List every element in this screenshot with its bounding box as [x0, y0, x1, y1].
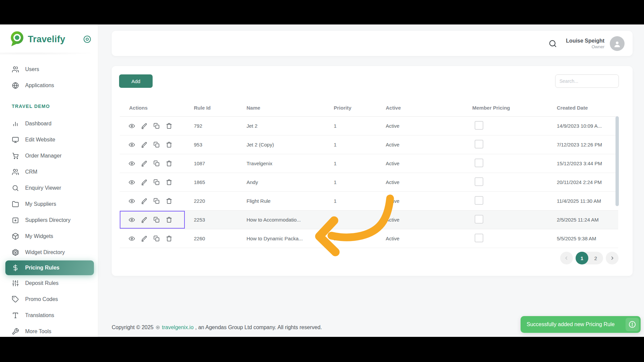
table-row: 953 Jet 2 (Copy) 1 Active 7/12/2023 12:2…: [120, 135, 618, 154]
member-pricing-checkbox[interactable]: [475, 177, 483, 186]
duplicate-copy-icon[interactable]: [153, 198, 160, 204]
global-search-icon[interactable]: [548, 39, 557, 48]
member-pricing-checkbox[interactable]: [475, 121, 483, 130]
edit-pencil-icon[interactable]: [141, 160, 148, 167]
sidebar-item-dashboard[interactable]: Dashboard: [0, 116, 98, 132]
member-pricing-checkbox[interactable]: [475, 215, 483, 224]
page-button-2[interactable]: 2: [588, 255, 603, 261]
sidebar-item-crm[interactable]: CRM: [0, 164, 98, 180]
pagination-next-icon[interactable]: [606, 252, 619, 264]
pricing-rules-card: Add Actions Rule Id Name Priority Active…: [112, 66, 633, 276]
sidebar-collapse-icon[interactable]: [83, 35, 92, 44]
wrench-icon: [12, 328, 19, 335]
edit-pencil-icon[interactable]: [141, 235, 148, 242]
priority-cell: 1: [334, 217, 386, 223]
delete-trash-icon[interactable]: [166, 179, 172, 186]
priority-cell: 1: [334, 179, 386, 185]
sidebar-item-suppliers-directory[interactable]: Suppliers Directory: [0, 212, 98, 228]
duplicate-copy-icon[interactable]: [153, 141, 160, 148]
column-header-rule-id: Rule Id: [194, 105, 247, 111]
sidebar-item-order-manager[interactable]: Order Manager: [0, 148, 98, 164]
member-pricing-cell: [472, 121, 557, 131]
created-date-cell: 2/5/2025 11:24 AM: [557, 217, 618, 223]
view-eye-icon[interactable]: [128, 235, 135, 242]
avatar[interactable]: [610, 36, 625, 51]
table-body: 792 Jet 2 1 Active 14/9/2023 10:09 A... …: [120, 117, 618, 248]
sidebar-item-edit-website[interactable]: Edit Website: [0, 132, 98, 148]
member-pricing-checkbox[interactable]: [475, 140, 483, 148]
sidebar-item-deposit-rules[interactable]: Deposit Rules: [0, 275, 98, 291]
view-eye-icon[interactable]: [128, 141, 135, 148]
duplicate-copy-icon[interactable]: [153, 179, 160, 186]
duplicate-copy-icon[interactable]: [153, 123, 160, 129]
duplicate-copy-icon[interactable]: [153, 160, 160, 167]
travelgenix-link[interactable]: travelgenix.io: [162, 324, 194, 330]
priority-cell: 1: [334, 142, 386, 147]
travelgenix-pin-icon: [155, 325, 160, 330]
delete-trash-icon[interactable]: [166, 123, 172, 129]
sidebar-item-pricing-rules[interactable]: Pricing Rules: [5, 260, 94, 275]
table-row: 792 Jet 2 1 Active 14/9/2023 10:09 A...: [120, 117, 618, 135]
copyright-suffix: , an Agendas Group Ltd company. All righ…: [195, 324, 322, 330]
sidebar-item-promo-codes[interactable]: Promo Codes: [0, 291, 98, 307]
view-eye-icon[interactable]: [128, 179, 135, 186]
sidebar-item-applications[interactable]: Applications: [0, 77, 98, 94]
sidebar-item-users[interactable]: Users: [0, 61, 98, 77]
dollar-icon: [12, 264, 19, 272]
page-button-1[interactable]: 1: [576, 252, 588, 264]
edit-pencil-icon[interactable]: [141, 198, 148, 204]
search-icon: [12, 184, 19, 192]
delete-trash-icon[interactable]: [166, 235, 172, 242]
user-menu[interactable]: Louise Speight Owner: [566, 38, 604, 50]
page-number-group: 1 2: [576, 252, 603, 264]
toast-alert-icon[interactable]: [626, 318, 639, 331]
sidebar-item-translations[interactable]: Translations: [0, 307, 98, 323]
name-cell: Andy: [247, 179, 334, 185]
delete-trash-icon[interactable]: [166, 141, 172, 148]
toast-message: Successfully added new Pricing Rule: [527, 321, 626, 327]
sidebar-item-my-suppliers[interactable]: My Suppliers: [0, 196, 98, 212]
sidebar-section-group: Dashboard Edit Website Order Manager CRM…: [0, 116, 98, 337]
view-eye-icon[interactable]: [128, 198, 135, 204]
cube-icon: [12, 249, 19, 256]
actions-cell: [120, 179, 194, 186]
table-search-input[interactable]: [555, 74, 619, 88]
actions-cell: [120, 160, 194, 167]
member-pricing-checkbox[interactable]: [475, 159, 483, 167]
view-eye-icon[interactable]: [128, 123, 135, 129]
actions-cell: [120, 123, 194, 129]
duplicate-copy-icon[interactable]: [153, 217, 160, 223]
table-row: 2220 Flight Rule 1 Active 11/4/2025 11:3…: [120, 192, 618, 210]
rule-id-cell: 953: [194, 142, 247, 147]
brand-header: Travelify: [0, 24, 98, 54]
type-icon: [12, 312, 19, 319]
table-header-row: Actions Rule Id Name Priority Active Mem…: [120, 99, 618, 117]
delete-trash-icon[interactable]: [166, 217, 172, 223]
duplicate-copy-icon[interactable]: [153, 235, 160, 242]
sidebar-item-widget-directory[interactable]: Widget Directory: [0, 244, 98, 260]
delete-trash-icon[interactable]: [166, 198, 172, 204]
actions-cell: [120, 198, 194, 204]
sliders-icon: [12, 280, 19, 287]
member-pricing-checkbox[interactable]: [475, 234, 483, 242]
delete-trash-icon[interactable]: [166, 160, 172, 167]
column-header-actions: Actions: [120, 105, 194, 111]
sidebar-item-enquiry-viewer[interactable]: Enquiry Viewer: [0, 180, 98, 196]
name-cell: Travelgenix: [247, 161, 334, 166]
member-pricing-checkbox[interactable]: [475, 196, 483, 205]
edit-pencil-icon[interactable]: [141, 217, 148, 223]
pagination-prev-icon[interactable]: [560, 252, 573, 264]
sidebar-item-my-widgets[interactable]: My Widgets: [0, 228, 98, 244]
edit-pencil-icon[interactable]: [141, 141, 148, 148]
edit-pencil-icon[interactable]: [141, 123, 148, 129]
table-scrollbar-thumb[interactable]: [615, 116, 619, 206]
rule-id-cell: 792: [194, 123, 247, 129]
edit-pencil-icon[interactable]: [141, 179, 148, 186]
active-cell: Active: [386, 217, 472, 223]
view-eye-icon[interactable]: [128, 160, 135, 167]
sidebar-item-more-tools[interactable]: More Tools: [0, 323, 98, 337]
view-eye-icon[interactable]: [128, 217, 135, 223]
active-cell: Active: [386, 179, 472, 185]
sidebar-section-label: TRAVEL DEMO: [0, 97, 98, 116]
add-button[interactable]: Add: [119, 74, 153, 88]
